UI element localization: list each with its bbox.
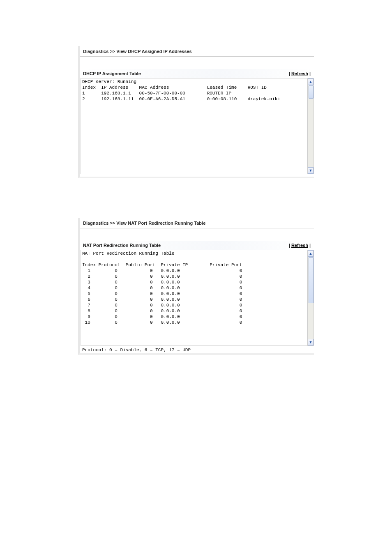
refresh-link[interactable]: Refresh — [291, 243, 308, 248]
nat-table-content: NAT Port Redirection Running Table Index… — [81, 250, 307, 346]
dhcp-assigned-panel: Diagnostics >> View DHCP Assigned IP Add… — [78, 46, 314, 178]
nat-scroll-area: NAT Port Redirection Running Table Index… — [80, 250, 314, 346]
breadcrumb: Diagnostics >> View NAT Port Redirection… — [80, 218, 314, 228]
refresh-wrap: | Refresh | — [289, 71, 311, 76]
scroll-thumb[interactable] — [309, 85, 314, 99]
scroll-down-button[interactable]: ▼ — [308, 167, 314, 174]
dhcp-title-bar: DHCP IP Assignment Table | Refresh | — [80, 69, 314, 78]
nat-port-panel: Diagnostics >> View NAT Port Redirection… — [78, 218, 314, 355]
spacer — [80, 57, 314, 69]
scroll-up-button[interactable]: ▲ — [308, 250, 314, 257]
scrollbar[interactable]: ▲ ▼ — [307, 250, 314, 346]
scrollbar[interactable]: ▲ ▼ — [307, 78, 314, 174]
refresh-link[interactable]: Refresh — [291, 71, 308, 76]
scroll-thumb[interactable] — [309, 257, 314, 303]
dhcp-table-title: DHCP IP Assignment Table — [83, 71, 141, 76]
refresh-wrap: | Refresh | — [289, 243, 311, 248]
protocol-legend: Protocol: 0 = Disable, 6 = TCP, 17 = UDP — [80, 346, 314, 355]
nat-title-bar: NAT Port Redirection Running Table | Ref… — [80, 241, 314, 250]
scroll-up-button[interactable]: ▲ — [308, 78, 314, 85]
dhcp-table-content: DHCP server: Running Index IP Address MA… — [81, 78, 307, 174]
breadcrumb: Diagnostics >> View DHCP Assigned IP Add… — [80, 46, 314, 57]
scroll-down-button[interactable]: ▼ — [308, 339, 314, 345]
nat-table-title: NAT Port Redirection Running Table — [83, 243, 161, 248]
spacer — [80, 228, 314, 241]
dhcp-scroll-area: DHCP server: Running Index IP Address MA… — [80, 78, 314, 174]
